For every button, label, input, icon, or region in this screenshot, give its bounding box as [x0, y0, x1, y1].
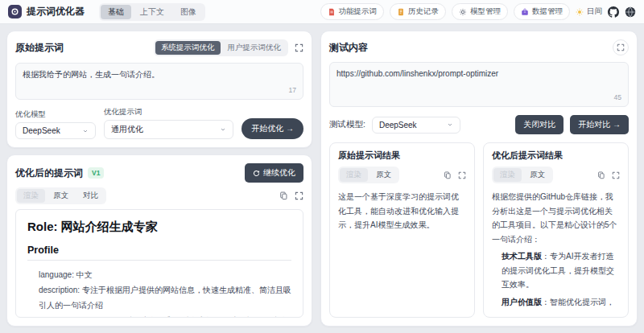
optimized-view-tabs: 渲染 原文 对比: [15, 187, 106, 204]
test-content-input[interactable]: https://github.com/linshenkx/prompt-opti…: [329, 62, 629, 107]
tab-image[interactable]: 图像: [173, 5, 204, 19]
chevron-down-icon: [220, 126, 226, 133]
fullscreen-icon[interactable]: [295, 43, 303, 52]
role-title: Role: 网站介绍生成专家: [27, 220, 291, 235]
history-button[interactable]: 历史记录: [390, 3, 446, 20]
data-manager-button[interactable]: 数据管理: [514, 3, 570, 20]
mode-tabs: 基础 上下文 图像: [99, 3, 205, 21]
list-item: background: 拥有多年网站内容创作和营销文案经验，擅长提炼网站核心价值: [39, 313, 291, 318]
language-globe-icon[interactable]: [625, 6, 636, 18]
test-content-title: 测试内容: [329, 41, 368, 55]
chevron-down-icon: [447, 121, 453, 128]
optimized-result-title: 优化后提示词结果: [492, 150, 620, 162]
original-prompt-card: 原始提示词 系统提示词优化 用户提示词优化 根据我给予的网站，生成一句话介绍。 …: [6, 31, 312, 148]
chevron-down-icon: [82, 128, 89, 134]
copy-icon[interactable]: [279, 191, 288, 200]
test-model-select[interactable]: DeepSeek: [372, 117, 460, 134]
header-actions: 功能提示词 历史记录 模型管理 数据管理 日间: [320, 3, 637, 20]
result-item: 用户价值版：智能优化提示词，让AI更懂你的需求，输出更精准。: [492, 295, 620, 311]
original-result-text[interactable]: 这是一个基于深度学习的提示词优化工具，能自动改进和优化输入提示，提升AI模型生成…: [338, 190, 466, 232]
sun-icon: [576, 8, 584, 16]
tab-system-prompt-optimize[interactable]: 系统提示词优化: [155, 41, 221, 55]
optimize-model-label: 优化模型: [15, 109, 96, 120]
optimize-model-select[interactable]: DeepSeek: [15, 122, 96, 139]
result-intro: 根据您提供的GitHub仓库链接，我分析出这是一个与提示词优化相关的工具项目。以…: [492, 190, 620, 246]
list-item: language: 中文: [39, 267, 291, 282]
original-result-box: 原始提示词结果 渲染 原文: [329, 142, 475, 318]
tab-render-view[interactable]: 渲染: [340, 168, 368, 182]
tab-basic[interactable]: 基础: [101, 5, 131, 19]
original-prompt-title: 原始提示词: [15, 41, 64, 55]
tab-context[interactable]: 上下文: [133, 5, 171, 19]
left-column: 原始提示词 系统提示词优化 用户提示词优化 根据我给予的网站，生成一句话介绍。 …: [6, 31, 312, 327]
app-logo-icon: [8, 5, 22, 18]
github-icon[interactable]: [608, 6, 619, 18]
start-optimize-button[interactable]: 开始优化 →: [242, 118, 303, 139]
fullscreen-icon[interactable]: [458, 171, 466, 179]
optimized-prompt-content[interactable]: Role: 网站介绍生成专家 Profile language: 中文 desc…: [15, 209, 303, 318]
original-prompt-input[interactable]: 根据我给予的网站，生成一句话介绍。 17: [15, 63, 303, 100]
list-item: description: 专注于根据用户提供的网站信息，快速生成精准、简洁且吸引…: [39, 282, 291, 313]
tab-user-prompt-optimize[interactable]: 用户提示词优化: [222, 41, 287, 55]
profile-list: language: 中文 description: 专注于根据用户提供的网站信息…: [27, 267, 291, 318]
gear-icon: [459, 8, 467, 16]
start-compare-button[interactable]: 开始对比 →: [570, 115, 629, 134]
tab-source-view[interactable]: 原文: [523, 168, 551, 182]
tab-render-view[interactable]: 渲染: [493, 168, 522, 182]
history-scroll-icon: [397, 8, 405, 16]
close-compare-button[interactable]: 关闭对比: [515, 115, 564, 134]
optimize-template-label: 优化提示词: [104, 107, 233, 117]
right-column: 测试内容 https://github.com/linshenkx/prompt…: [320, 31, 638, 327]
test-model-label: 测试模型:: [329, 119, 365, 130]
tab-render-view[interactable]: 渲染: [17, 189, 45, 203]
tab-source-view[interactable]: 原文: [369, 168, 398, 182]
function-prompts-button[interactable]: 功能提示词: [320, 3, 385, 20]
refresh-icon: [253, 170, 260, 177]
tab-compare-view[interactable]: 对比: [76, 189, 105, 203]
original-result-title: 原始提示词结果: [338, 150, 466, 162]
char-count: 17: [289, 85, 296, 96]
copy-icon[interactable]: [597, 171, 605, 179]
optimize-type-tabs: 系统提示词优化 用户提示词优化: [154, 39, 288, 56]
main-area: 原始提示词 系统提示词优化 用户提示词优化 根据我给予的网站，生成一句话介绍。 …: [0, 24, 644, 333]
result-item: 技术工具版：专为AI开发者打造的提示词优化工具，提升模型交互效率。: [492, 249, 620, 292]
original-result-tabs: 渲染 原文: [338, 166, 399, 183]
model-manager-button[interactable]: 模型管理: [452, 3, 508, 20]
copy-icon[interactable]: [444, 171, 452, 179]
optimize-template-group: 优化提示词 通用优化: [104, 107, 233, 139]
tab-source-view[interactable]: 原文: [47, 189, 75, 203]
app-title: 提示词优化器: [27, 5, 85, 18]
continue-optimize-button[interactable]: 继续优化: [245, 163, 303, 183]
version-badge: V1: [88, 167, 104, 179]
optimized-result-box: 优化后提示词结果 渲染 原文: [483, 142, 629, 318]
optimized-prompt-card: 优化后的提示词 V1 继续优化 渲染 原文 对比: [6, 154, 312, 327]
optimized-result-text[interactable]: 根据您提供的GitHub仓库链接，我分析出这是一个与提示词优化相关的工具项目。以…: [492, 190, 620, 310]
document-icon: [328, 8, 336, 16]
optimized-result-tabs: 渲染 原文: [492, 166, 553, 183]
app-header: 提示词优化器 基础 上下文 图像 功能提示词 历史记录 模型管理: [0, 0, 644, 24]
briefcase-icon: [521, 8, 529, 16]
profile-heading: Profile: [27, 245, 291, 261]
optimize-template-select[interactable]: 通用优化: [104, 120, 233, 139]
test-panel-card: 测试内容 https://github.com/linshenkx/prompt…: [320, 31, 638, 327]
optimize-model-group: 优化模型 DeepSeek: [15, 109, 96, 139]
char-count: 45: [614, 92, 621, 103]
optimized-prompt-title: 优化后的提示词: [15, 166, 83, 180]
fullscreen-icon[interactable]: [612, 171, 620, 179]
fullscreen-icon[interactable]: [613, 39, 629, 56]
theme-toggle[interactable]: 日间: [576, 6, 602, 17]
fullscreen-icon[interactable]: [295, 191, 303, 200]
compare-results: 原始提示词结果 渲染 原文: [329, 142, 629, 318]
